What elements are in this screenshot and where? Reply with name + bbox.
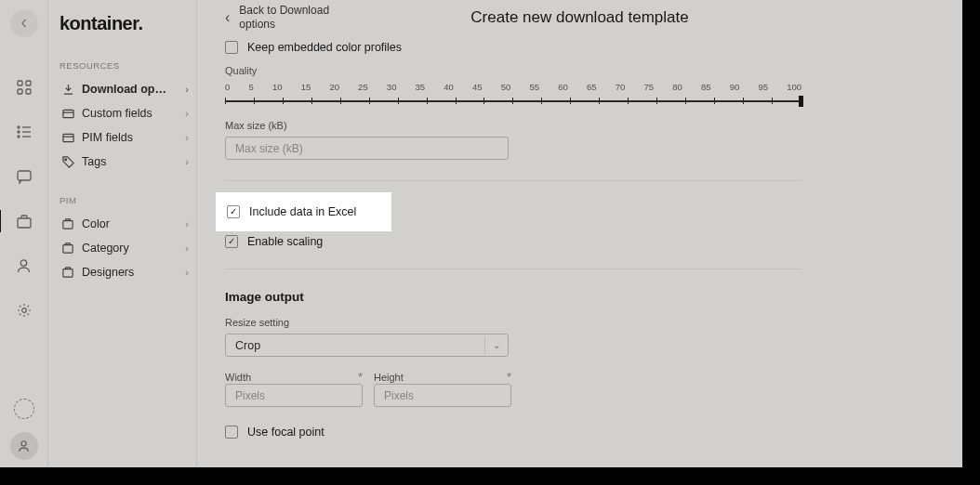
collapse-button[interactable]	[10, 9, 38, 37]
svg-rect-0	[18, 81, 22, 85]
chevron-right-icon: ›	[185, 84, 189, 95]
quality-slider[interactable]: 0510152025303540455055606570758085909510…	[225, 82, 801, 107]
checkbox-icon	[225, 235, 238, 248]
focal-point-label: Use focal point	[247, 426, 324, 439]
sidebar-item[interactable]: Color›	[60, 213, 192, 235]
quality-tick-label: 90	[730, 82, 740, 92]
sidebar: kontainer. RESOURCESDownload optio…›Cust…	[48, 0, 197, 467]
grid-icon[interactable]	[11, 74, 37, 100]
quality-tick-label: 45	[472, 82, 483, 92]
svg-point-4	[18, 126, 20, 128]
briefcase-icon[interactable]	[11, 208, 37, 234]
sidebar-item-label: Tags	[82, 155, 106, 168]
quality-tick-label: 10	[272, 82, 283, 92]
width-input[interactable]	[225, 384, 363, 407]
sidebar-item-label: Designers	[82, 266, 134, 279]
quality-tick-label: 30	[387, 82, 397, 92]
height-label: Height	[374, 372, 404, 383]
field-icon	[61, 107, 74, 120]
sidebar-item[interactable]: Custom fields›	[60, 102, 192, 125]
sidebar-item[interactable]: Designers›	[60, 261, 192, 283]
keep-profiles-checkbox[interactable]: Keep embedded color profiles	[225, 41, 934, 54]
svg-point-13	[21, 308, 26, 313]
required-asterisk: *	[358, 370, 363, 384]
avatar[interactable]	[10, 432, 38, 460]
sidebar-item-label: Custom fields	[82, 107, 152, 120]
resize-select[interactable]: Crop ⌄	[225, 334, 509, 357]
svg-rect-1	[26, 81, 31, 85]
sidebar-item[interactable]: PIM fields›	[60, 126, 192, 149]
icon-rail	[0, 0, 48, 467]
sidebar-item-label: PIM fields	[82, 131, 133, 144]
svg-rect-15	[62, 110, 73, 117]
quality-tick-label: 20	[329, 82, 339, 92]
sidebar-item[interactable]: Category›	[60, 237, 192, 259]
include-excel-checkbox[interactable]: Include data in Excel	[216, 192, 391, 231]
box-icon	[61, 217, 74, 230]
width-label: Width	[225, 372, 251, 383]
maxsize-input[interactable]	[225, 137, 509, 160]
sidebar-section-label: RESOURCES	[60, 60, 192, 71]
sidebar-item[interactable]: Download optio…›	[60, 78, 192, 100]
divider	[225, 269, 801, 269]
chevron-right-icon: ›	[185, 156, 189, 167]
quality-tick-label: 65	[587, 82, 597, 92]
required-asterisk: *	[507, 370, 511, 384]
back-link[interactable]: ‹ Back to Download options	[225, 4, 332, 32]
sidebar-item-label: Color	[82, 217, 110, 230]
sidebar-item[interactable]: Tags›	[60, 151, 192, 173]
quality-label: Quality	[225, 65, 934, 76]
svg-point-8	[18, 136, 20, 138]
svg-rect-3	[26, 89, 31, 94]
svg-point-12	[20, 260, 26, 266]
checkbox-icon	[225, 426, 238, 439]
chat-icon[interactable]	[11, 164, 37, 190]
quality-tick-label: 100	[787, 82, 801, 92]
divider	[225, 180, 801, 181]
gear-icon[interactable]	[11, 297, 37, 323]
resize-label: Resize setting	[225, 317, 934, 328]
quality-tick-label: 40	[444, 82, 454, 92]
quality-tick-label: 95	[758, 82, 768, 92]
chevron-right-icon: ›	[185, 267, 189, 278]
field-icon	[61, 131, 74, 144]
image-output-heading: Image output	[225, 290, 934, 304]
slider-handle[interactable]	[799, 96, 803, 107]
quality-tick-label: 80	[672, 82, 682, 92]
svg-rect-20	[63, 221, 73, 229]
quality-tick-label: 15	[301, 82, 311, 92]
svg-point-19	[64, 158, 66, 160]
quality-tick-label: 5	[248, 82, 253, 92]
quality-tick-label: 35	[416, 82, 426, 92]
focal-point-checkbox[interactable]: Use focal point	[225, 426, 934, 439]
logo: kontainer.	[60, 13, 192, 34]
quality-tick-label: 75	[643, 82, 654, 92]
quality-tick-label: 85	[701, 82, 711, 92]
list-icon[interactable]	[11, 119, 37, 145]
enable-scaling-label: Enable scaling	[247, 235, 323, 248]
chevron-right-icon: ›	[185, 242, 189, 254]
checkbox-icon	[225, 41, 238, 54]
user-icon[interactable]	[11, 253, 37, 279]
chevron-left-icon: ‹	[225, 8, 230, 27]
svg-rect-2	[18, 89, 22, 94]
keep-profiles-label: Keep embedded color profiles	[247, 41, 402, 54]
svg-rect-22	[63, 269, 73, 278]
height-input[interactable]	[374, 384, 511, 407]
box-icon	[61, 242, 74, 255]
chevron-right-icon: ›	[185, 218, 189, 229]
quality-tick-label: 50	[501, 82, 511, 92]
enable-scaling-checkbox[interactable]: Enable scaling	[225, 235, 934, 248]
svg-rect-11	[18, 218, 31, 228]
quality-tick-label: 25	[358, 82, 368, 92]
sidebar-item-label: Download optio…	[82, 83, 167, 96]
svg-rect-10	[18, 171, 31, 180]
tag-icon	[61, 155, 74, 168]
box-icon	[61, 266, 74, 279]
chevron-right-icon: ›	[185, 108, 189, 119]
quality-tick-label: 0	[225, 82, 230, 92]
svg-rect-21	[63, 245, 73, 254]
svg-point-6	[18, 131, 20, 133]
dashed-circle-icon[interactable]	[14, 399, 34, 419]
sidebar-section-label: PIM	[60, 195, 192, 205]
